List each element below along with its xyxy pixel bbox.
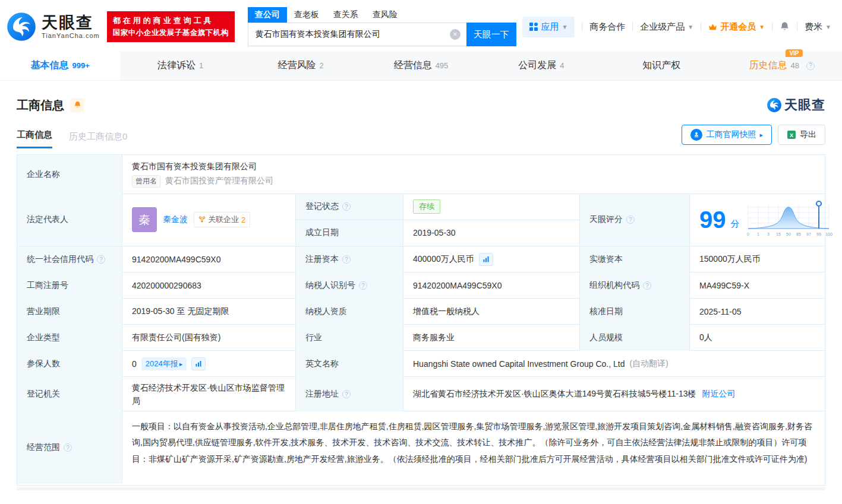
watermark-logo: 天眼查 bbox=[767, 96, 825, 114]
reg-number-value: 420200000290683 bbox=[122, 272, 296, 299]
divider bbox=[797, 22, 797, 31]
related-companies-tag[interactable]: 关联企业 2 bbox=[194, 212, 250, 227]
tab-count: 999+ bbox=[72, 61, 90, 70]
nearby-companies-link[interactable]: 附近公司 bbox=[702, 389, 736, 400]
divider bbox=[772, 22, 772, 31]
slogan-badge: 都在用的商业查询工具 国家中小企业发展子基金旗下机构 bbox=[107, 11, 235, 42]
org-code-label-cell: 组织机构代码 ? bbox=[580, 272, 690, 299]
score-label-cell: 天眼评分 ? bbox=[580, 194, 690, 245]
watermark-text: 天眼查 bbox=[784, 96, 825, 114]
legal-rep-label: 法定代表人 bbox=[17, 194, 122, 245]
top-header: 天眼查 TianYanCha.com 都在用的商业查询工具 国家中小企业发展子基… bbox=[0, 0, 842, 51]
company-name-label: 企业名称 bbox=[17, 155, 122, 194]
search-area: 查公司 查老板 查关系 查风险 × 天眼一下 bbox=[248, 7, 516, 46]
nav-apps-label: 应用 bbox=[541, 21, 559, 33]
slogan-line1: 都在用的商业查询工具 bbox=[113, 15, 229, 26]
nav-cooperation[interactable]: 商务合作 bbox=[589, 21, 625, 33]
logo-title: 天眼查 bbox=[42, 15, 100, 31]
taxpayer-id-label-cell: 纳税人识别号 ? bbox=[296, 272, 403, 299]
tab-label: 基本信息 bbox=[31, 59, 69, 72]
credit-code-value: 91420200MA499C59X0 bbox=[122, 246, 296, 272]
establish-date-label: 成立日期 bbox=[296, 220, 403, 246]
search-tab-boss[interactable]: 查老板 bbox=[287, 7, 326, 23]
tianyancha-logo-icon bbox=[6, 11, 37, 42]
excel-icon: X bbox=[787, 130, 796, 140]
company-type-label: 企业类型 bbox=[17, 325, 122, 351]
business-info-table: 企业名称 黄石市国有资本投资集团有限公司 曾用名 黄石市国投资产管理有限公司 法… bbox=[17, 154, 825, 486]
score-distribution-chart[interactable]: 0 1 3 15 50 85 97 99 100 bbox=[745, 199, 834, 240]
table-row-reg-number: 工商注册号 420200000290683 纳税人识别号 ? 91420200M… bbox=[17, 272, 825, 299]
avatar[interactable]: 秦 bbox=[132, 207, 157, 232]
export-button[interactable]: X 导出 bbox=[778, 125, 825, 145]
tab-operation-risk[interactable]: 经营风险 2 bbox=[241, 51, 361, 80]
notification-bell-button[interactable] bbox=[780, 22, 790, 32]
address-label-cell: 注册地址 ? bbox=[296, 377, 403, 411]
tab-intellectual-property[interactable]: 知识产权 bbox=[601, 51, 721, 80]
tab-legal-litigation[interactable]: 法律诉讼 1 bbox=[120, 51, 240, 80]
divider bbox=[17, 487, 825, 490]
search-button[interactable]: 天眼一下 bbox=[466, 23, 516, 46]
tab-label: 经营信息 bbox=[394, 59, 432, 72]
tab-history-info[interactable]: 历史信息 VIP 48 ? bbox=[722, 51, 842, 80]
approval-date-label: 核准日期 bbox=[580, 299, 690, 325]
legal-rep-name-link[interactable]: 秦金波 bbox=[163, 214, 188, 225]
official-snapshot-button[interactable]: 工商官网快照 ▸ bbox=[682, 125, 772, 145]
org-code-label: 组织机构代码 bbox=[589, 280, 639, 291]
site-logo[interactable]: 天眼查 TianYanCha.com bbox=[6, 11, 100, 42]
insured-value: 0 bbox=[132, 359, 137, 369]
business-term-label: 营业期限 bbox=[17, 299, 122, 325]
company-name-value: 黄石市国有资本投资集团有限公司 bbox=[132, 161, 257, 172]
subtab-history-business-info[interactable]: 历史工商信息0 bbox=[69, 131, 127, 148]
help-icon[interactable]: ? bbox=[342, 202, 351, 211]
scope-value: 一般项目：以自有资金从事投资活动,企业总部管理,非居住房地产租赁,住房租赁,园区… bbox=[122, 411, 825, 484]
related-count: 2 bbox=[241, 215, 245, 224]
help-icon[interactable]: ? bbox=[64, 443, 72, 452]
search-tab-company[interactable]: 查公司 bbox=[248, 7, 287, 23]
bell-icon bbox=[74, 101, 81, 109]
staff-size-label: 人员规模 bbox=[580, 325, 690, 351]
nav-apps[interactable]: 应用 ▼ bbox=[522, 17, 575, 37]
nav-open-vip[interactable]: 开通会员 ▼ bbox=[708, 21, 765, 33]
taxpayer-quality-label: 纳税人资质 bbox=[296, 299, 403, 325]
svg-text:15: 15 bbox=[776, 232, 781, 236]
help-icon[interactable]: ? bbox=[806, 62, 815, 70]
help-icon[interactable]: ? bbox=[97, 255, 105, 264]
reg-number-label: 工商注册号 bbox=[17, 272, 122, 299]
chevron-down-icon: ▼ bbox=[688, 24, 693, 30]
clear-search-icon[interactable]: × bbox=[450, 29, 461, 40]
monitor-bell-button[interactable] bbox=[70, 98, 84, 112]
search-tab-relation[interactable]: 查关系 bbox=[326, 7, 365, 23]
help-icon[interactable]: ? bbox=[342, 255, 351, 264]
help-icon[interactable]: ? bbox=[626, 215, 635, 224]
search-input[interactable] bbox=[248, 23, 466, 46]
table-row-scope: 经营范围 ? 一般项目：以自有资金从事投资活动,企业总部管理,非居住房地产租赁,… bbox=[17, 411, 825, 485]
taxpayer-id-label: 纳税人识别号 bbox=[305, 280, 355, 291]
svg-text:85: 85 bbox=[796, 232, 801, 236]
chevron-down-icon: ▼ bbox=[759, 24, 765, 30]
annual-report-tag[interactable]: 2024年报 ▸ bbox=[141, 357, 187, 370]
tab-basic-info[interactable]: 基本信息 999+ bbox=[0, 51, 120, 80]
nav-enterprise-products[interactable]: 企业级产品 ▼ bbox=[640, 21, 693, 33]
legal-rep-value-cell: 秦 秦金波 关联企业 2 bbox=[122, 194, 296, 245]
tab-company-development[interactable]: 公司发展 4 bbox=[481, 51, 601, 80]
help-icon[interactable]: ? bbox=[359, 281, 367, 290]
table-row-insured: 参保人数 0 2024年报 ▸ 英文名称 Huangshi State owne bbox=[17, 351, 825, 377]
former-name-value: 黄石市国投资产管理有限公司 bbox=[165, 176, 273, 186]
search-tab-risk[interactable]: 查风险 bbox=[365, 7, 405, 23]
vip-badge: VIP bbox=[786, 49, 802, 57]
help-icon[interactable]: ? bbox=[643, 281, 651, 290]
tab-operation-info[interactable]: 经营信息 495 bbox=[361, 51, 481, 80]
taxpayer-quality-value: 增值税一般纳税人 bbox=[403, 299, 580, 325]
help-icon[interactable]: ? bbox=[342, 390, 351, 398]
address-value: 湖北省黄石市经济技术开发区·铁山区奥体大道149号黄石科技城5号楼11-13楼 bbox=[413, 389, 696, 400]
nav-user-menu[interactable]: 费米 ▼ bbox=[805, 21, 831, 33]
status-date-block: 登记状态 ? 存续 成立日期 2019-05-30 bbox=[296, 194, 580, 245]
tab-count: 495 bbox=[436, 61, 449, 70]
table-row-company-name: 企业名称 黄石市国有资本投资集团有限公司 曾用名 黄石市国投资产管理有限公司 bbox=[17, 155, 825, 194]
reg-status-label: 登记状态 bbox=[305, 201, 339, 212]
svg-text:X: X bbox=[790, 132, 793, 138]
capital-chart-button[interactable] bbox=[479, 253, 493, 266]
authority-value: 黄石经济技术开发区·铁山区市场监督管理局 bbox=[122, 377, 296, 411]
insured-chart-button[interactable] bbox=[191, 357, 206, 370]
subtab-business-info[interactable]: 工商信息 bbox=[17, 129, 52, 148]
